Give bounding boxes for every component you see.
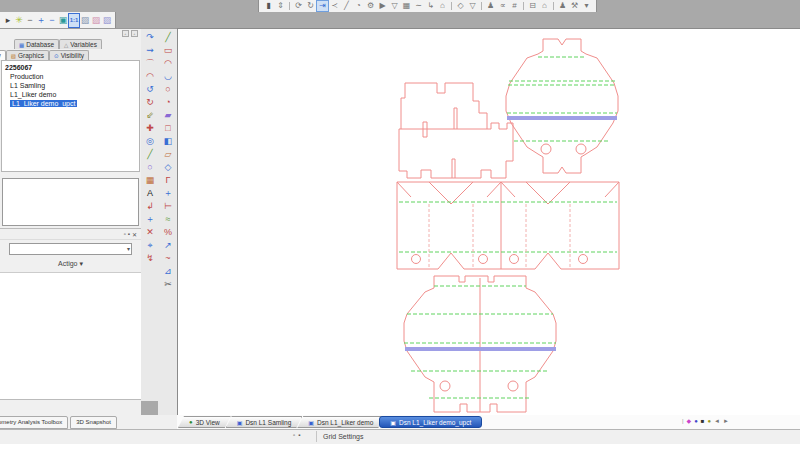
statusbar-button-1-icon[interactable]: ▪ xyxy=(298,432,300,438)
point-tool-icon[interactable]: ＋ xyxy=(143,213,157,226)
perpendicular-tool-icon[interactable]: ⊢ xyxy=(161,200,175,213)
subpanel-button-2-icon[interactable]: ✕ xyxy=(132,231,137,238)
crease-lines[interactable] xyxy=(399,57,617,398)
panel-tab-graphics[interactable]: ▨Graphics xyxy=(6,50,49,60)
half-square-tool-icon[interactable]: ◧ xyxy=(161,135,175,148)
settings-icon[interactable]: ⚙ xyxy=(365,1,376,11)
rotate-icon[interactable]: ↻ xyxy=(305,1,316,11)
cross-tool-icon[interactable]: ＋ xyxy=(161,187,175,200)
curve-icon[interactable]: ∼ xyxy=(413,1,424,11)
line-tool-icon[interactable]: ╱ xyxy=(341,1,352,11)
view-mode-3-icon[interactable]: ▨ xyxy=(102,14,112,27)
line-tool-icon[interactable]: ╱ xyxy=(161,31,175,44)
target-tool-icon[interactable]: ⌖ xyxy=(143,239,157,252)
diamond-tool-icon[interactable]: ◇ xyxy=(161,161,175,174)
scale-one-to-one-icon[interactable]: 1:1 xyxy=(69,14,79,27)
tree-root-item[interactable]: 2256067 xyxy=(5,63,139,72)
layer-magenta-icon[interactable]: ◆ xyxy=(687,417,692,424)
statusbar-button-0-icon[interactable]: ▫ xyxy=(293,432,295,438)
scroll-left-icon[interactable]: ◄ xyxy=(714,418,720,424)
layer-olive-icon[interactable]: ● xyxy=(707,418,711,424)
pan-tool-icon[interactable]: ⇥ xyxy=(317,1,328,11)
cut-tool-icon[interactable]: ✂ xyxy=(161,278,175,291)
zoom-out-icon[interactable]: − xyxy=(25,14,35,27)
view-mode-1-icon[interactable]: ▨ xyxy=(80,14,90,27)
tree-item-0[interactable]: Production xyxy=(5,72,139,81)
offset-tool-icon[interactable]: ⇙ xyxy=(143,109,157,122)
rotate-ccw-tool-icon[interactable]: ↺ xyxy=(143,83,157,96)
ellipse-tool-icon[interactable]: ○ xyxy=(143,161,157,174)
tree-item-2[interactable]: L1_Liker demo xyxy=(5,90,139,99)
angle-tool-icon[interactable]: ≺ xyxy=(329,1,340,11)
panel-pin-icon[interactable]: ◦ xyxy=(122,30,129,37)
line-angle-tool-icon[interactable]: ╱ xyxy=(143,148,157,161)
object2-icon[interactable]: ♟ xyxy=(557,1,568,11)
snap-star-icon[interactable]: ✳ xyxy=(14,14,24,27)
pie-tool-icon[interactable]: ◔ xyxy=(161,96,175,109)
hatch-tool-icon[interactable]: ▦ xyxy=(143,174,157,187)
zoom-out-blue-icon[interactable]: − xyxy=(47,14,57,27)
hash-grid-icon[interactable]: # xyxy=(509,1,520,11)
arc-top-tool-icon[interactable]: ◠ xyxy=(161,57,175,70)
tree-item-1[interactable]: L1 Samling xyxy=(5,81,139,90)
percent-tool-icon[interactable]: % xyxy=(161,226,175,239)
document-tree[interactable]: 2256067ProductionL1 SamlingL1_Liker demo… xyxy=(1,60,140,172)
layer-black-icon[interactable]: ■ xyxy=(701,418,705,424)
action-dropdown[interactable]: Actigo ▾ xyxy=(0,260,141,268)
parallelogram-tool-icon[interactable]: ▱ xyxy=(161,148,175,161)
play-icon[interactable]: ▶ xyxy=(377,1,388,11)
diamond-tool-icon[interactable]: ◇ xyxy=(455,1,466,11)
panel-icon[interactable]: ⊟ xyxy=(527,1,538,11)
delete-tool-icon[interactable]: ✕ xyxy=(143,226,157,239)
arc-tool-icon[interactable]: ⌒ xyxy=(143,57,157,70)
zigzag-tool-icon[interactable]: ↯ xyxy=(143,252,157,265)
doc-tab-dsn-l1-liker-demo-upct[interactable]: ▣Dsn L1_Liker demo_upct xyxy=(379,416,482,428)
filled-rect-tool-icon[interactable]: ▰ xyxy=(161,109,175,122)
doc-tab-3d-view[interactable]: ●3D View xyxy=(178,416,231,428)
redo-icon[interactable]: ⟳ xyxy=(293,1,304,11)
more-dropdown-icon[interactable]: ▾ xyxy=(581,1,592,11)
panel-close-icon[interactable]: ◦ xyxy=(131,30,138,37)
spline-tool-icon[interactable]: ⇝ xyxy=(143,44,157,57)
square-tool-icon[interactable]: □ xyxy=(161,122,175,135)
squiggle-tool-icon[interactable]: ~ xyxy=(161,252,175,265)
wave-tool-icon[interactable]: ≈ xyxy=(161,213,175,226)
grid-icon[interactable]: ▦ xyxy=(401,1,412,11)
home-icon[interactable]: ⌂ xyxy=(437,1,448,11)
select-tool-icon[interactable]: ▮ xyxy=(263,1,274,11)
subpanel-button-0-icon[interactable]: ▫ xyxy=(124,231,126,237)
arc-cw-tool-icon[interactable]: ↷ xyxy=(143,31,157,44)
tools-icon[interactable]: ⚒ xyxy=(569,1,580,11)
panel-tab-visibility[interactable]: ⊙Visibility xyxy=(49,50,89,60)
dimension-tool-icon[interactable]: ↗ xyxy=(161,239,175,252)
zoom-in-icon[interactable]: ＋ xyxy=(36,14,46,27)
drawing-canvas[interactable] xyxy=(177,28,800,416)
layer-blue-icon[interactable]: ● xyxy=(694,418,698,424)
intersect-tool-icon[interactable]: ✚ xyxy=(143,122,157,135)
doc-tab-dsn-l1-samling[interactable]: ▣Dsn L1 Samling xyxy=(226,416,303,428)
triangle-tool-icon[interactable]: ⊿ xyxy=(161,265,175,278)
view-mode-2-icon[interactable]: ▨ xyxy=(91,14,101,27)
corner-tool-icon[interactable]: Γ xyxy=(161,174,175,187)
style-combobox[interactable]: ▾ xyxy=(9,243,132,255)
toolbox-tab-geometry-analysis-toolbox[interactable]: Geometry Analysis Toolbox xyxy=(0,416,68,429)
doc-tab-dsn-l1-liker-demo[interactable]: ▣Dsn L1_Liker demo xyxy=(297,416,384,428)
rotate-cw-tool-icon[interactable]: ↻ xyxy=(143,96,157,109)
cursor-icon[interactable]: ▸ xyxy=(3,14,13,27)
subpanel-button-1-icon[interactable]: ▪ xyxy=(128,231,130,237)
panel-tab-variables[interactable]: △Variables xyxy=(59,39,102,49)
rectangle-tool-icon[interactable]: ▭ xyxy=(161,44,175,57)
proportion-icon[interactable]: ∝ xyxy=(497,1,508,11)
move-vertical-icon[interactable]: ⇕ xyxy=(275,1,286,11)
toolbox-tab-3d-snapshot[interactable]: 3D Snapshot xyxy=(70,416,117,429)
triangle-tool-icon[interactable]: ▽ xyxy=(467,1,478,11)
grid-settings-label[interactable]: Grid Settings xyxy=(323,433,363,440)
circle-tool-icon[interactable]: ○ xyxy=(161,83,175,96)
arc-tool-icon[interactable]: ◔ xyxy=(353,1,364,11)
mini-separator-icon[interactable]: | xyxy=(682,418,684,424)
arc-bottom-tool-icon[interactable]: ◡ xyxy=(161,70,175,83)
circle-center-tool-icon[interactable]: ◎ xyxy=(143,135,157,148)
combo-dropdown-icon[interactable]: ▾ xyxy=(127,245,130,252)
arc-3pt-tool-icon[interactable]: ◠ xyxy=(143,70,157,83)
text-tool-icon[interactable]: A xyxy=(143,187,157,200)
